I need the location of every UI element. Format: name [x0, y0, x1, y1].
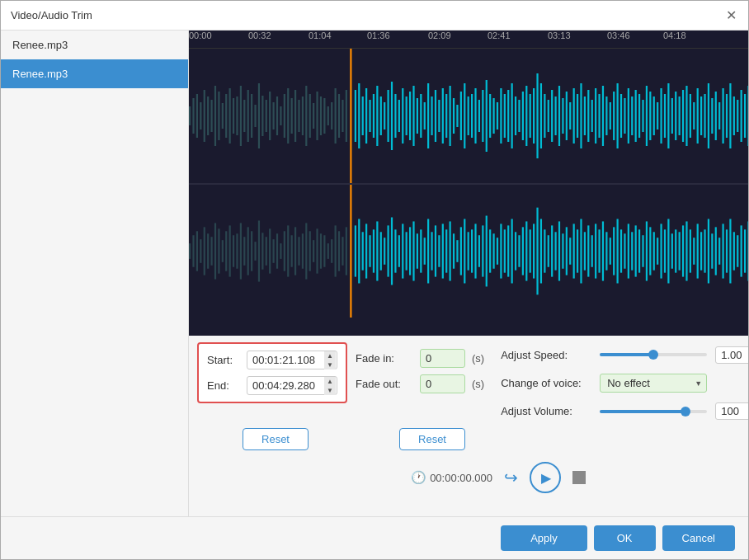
svg-rect-55 [394, 94, 396, 138]
svg-rect-261 [525, 221, 527, 280]
volume-row: Adjust Volume: % [501, 402, 748, 420]
svg-rect-60 [412, 86, 414, 146]
svg-rect-222 [384, 238, 385, 265]
svg-rect-18 [254, 105, 256, 127]
svg-rect-50 [376, 86, 378, 146]
svg-rect-245 [468, 232, 469, 270]
svg-rect-113 [605, 96, 607, 135]
svg-rect-282 [602, 221, 604, 280]
svg-rect-207 [323, 235, 325, 267]
svg-rect-56 [398, 100, 400, 132]
svg-rect-9 [222, 103, 224, 129]
svg-rect-193 [272, 239, 274, 263]
play-button[interactable]: ▶ [530, 462, 561, 493]
start-spin-up[interactable]: ▲ [324, 351, 336, 360]
svg-rect-95 [540, 83, 542, 148]
svg-rect-109 [591, 100, 593, 132]
svg-rect-170 [189, 243, 191, 259]
svg-rect-39 [331, 102, 332, 129]
svg-rect-22 [269, 92, 271, 140]
svg-rect-248 [478, 235, 480, 267]
svg-rect-78 [478, 100, 480, 132]
svg-rect-200 [298, 237, 299, 266]
svg-rect-66 [435, 90, 436, 142]
svg-rect-237 [438, 235, 440, 267]
svg-rect-87 [511, 83, 513, 148]
svg-rect-5 [207, 96, 209, 135]
forward-icon[interactable]: ↪ [504, 468, 518, 487]
window-title: Video/Audio Trim [11, 9, 92, 21]
svg-rect-296 [653, 232, 655, 270]
svg-rect-227 [402, 224, 403, 278]
svg-rect-232 [420, 229, 422, 272]
svg-rect-212 [342, 237, 343, 266]
svg-rect-201 [302, 233, 304, 268]
svg-rect-76 [471, 94, 473, 138]
svg-rect-313 [715, 227, 717, 275]
svg-rect-317 [729, 219, 731, 283]
right-panel: 00:00 00:32 01:04 01:36 02:09 02:41 03:1… [189, 31, 748, 516]
svg-rect-51 [380, 96, 382, 135]
svg-rect-254 [500, 224, 502, 278]
svg-rect-24 [276, 96, 278, 135]
svg-rect-257 [511, 219, 513, 283]
stop-button[interactable] [572, 471, 586, 484]
close-button[interactable]: ✕ [723, 8, 738, 23]
svg-rect-238 [442, 224, 444, 278]
volume-slider[interactable] [600, 410, 707, 413]
trim-reset-button[interactable]: Reset [243, 428, 309, 450]
svg-rect-185 [243, 237, 245, 266]
svg-rect-294 [646, 221, 648, 280]
svg-rect-82 [492, 98, 494, 134]
svg-rect-151 [744, 94, 746, 138]
svg-rect-315 [722, 224, 723, 278]
sidebar-item-0[interactable]: Renee.mp3 [1, 31, 188, 59]
svg-rect-211 [338, 231, 340, 271]
speed-row: Adjust Speed: X ▶ [501, 346, 748, 364]
end-spin-down[interactable]: ▼ [324, 386, 336, 395]
speed-value-input[interactable] [715, 346, 748, 364]
svg-rect-79 [482, 90, 483, 142]
fade-reset-button[interactable]: Reset [399, 428, 465, 450]
svg-rect-235 [431, 232, 432, 270]
svg-rect-142 [711, 98, 713, 134]
end-spin-up[interactable]: ▲ [324, 377, 336, 386]
svg-rect-289 [628, 224, 629, 278]
svg-rect-255 [504, 229, 506, 272]
svg-rect-298 [660, 224, 662, 278]
svg-rect-27 [287, 88, 289, 144]
svg-rect-8 [218, 92, 219, 140]
svg-rect-73 [460, 92, 462, 140]
ok-button[interactable]: OK [594, 525, 656, 551]
svg-rect-52 [384, 102, 385, 129]
svg-rect-288 [624, 233, 625, 268]
svg-rect-172 [196, 231, 198, 271]
svg-rect-287 [620, 229, 622, 272]
svg-rect-228 [406, 232, 407, 270]
cancel-button[interactable]: Cancel [662, 525, 735, 551]
svg-rect-292 [638, 229, 640, 272]
svg-rect-321 [744, 229, 746, 272]
svg-rect-203 [309, 231, 311, 271]
svg-rect-143 [715, 92, 717, 140]
voice-select[interactable]: No effect Male Female Child [600, 374, 707, 393]
apply-button[interactable]: Apply [501, 525, 587, 551]
volume-value-input[interactable] [715, 402, 748, 420]
svg-rect-221 [380, 232, 382, 270]
fade-out-input[interactable] [420, 374, 465, 393]
svg-rect-309 [700, 232, 702, 270]
svg-rect-283 [605, 232, 607, 270]
svg-rect-240 [450, 221, 451, 280]
svg-rect-44 [355, 90, 356, 142]
svg-rect-146 [726, 94, 728, 138]
svg-rect-75 [468, 96, 469, 135]
sidebar-item-1[interactable]: Renee.mp3 [1, 59, 188, 88]
fade-in-input[interactable] [420, 349, 465, 368]
voice-row: Change of voice: No effect Male Female C… [501, 374, 748, 393]
svg-rect-208 [327, 243, 329, 259]
speed-slider[interactable] [600, 353, 707, 356]
svg-rect-89 [518, 100, 520, 132]
start-spin-down[interactable]: ▼ [324, 360, 336, 369]
svg-rect-206 [320, 233, 322, 268]
svg-rect-209 [331, 239, 332, 263]
